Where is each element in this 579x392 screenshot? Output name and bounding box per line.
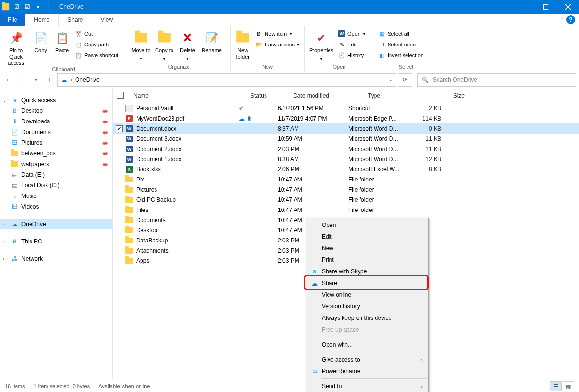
file-row[interactable]: ✔ WDocument.docx 8:37 AM Microsoft Word … — [113, 123, 579, 134]
file-row[interactable]: Personal Vault ✔ 6/1/2021 1:56 PM Shortc… — [113, 103, 579, 113]
column-type[interactable]: Type — [364, 92, 426, 99]
row-checkbox[interactable]: ✔ — [116, 125, 123, 132]
history-button[interactable]: 🕘History — [337, 50, 367, 60]
nav-item-network[interactable]: › 🖧 Network — [0, 254, 112, 264]
context-new[interactable]: New — [307, 242, 427, 254]
ribbon-collapse-icon[interactable]: ˄ — [561, 17, 563, 23]
nav-item-label: Music — [21, 193, 36, 199]
select-all-button[interactable]: ▦Select all — [377, 29, 424, 39]
nav-item-quick-access[interactable]: ⌄ ★ Quick access — [0, 95, 112, 106]
column-status[interactable]: Status — [247, 92, 289, 99]
cut-button[interactable]: ✂️Cut — [74, 29, 119, 39]
nav-item-data-e-[interactable]: 🖴 Data (E:) — [0, 169, 112, 180]
file-row[interactable]: WDocument 3.docx 10:59 AM Microsoft Word… — [113, 134, 579, 144]
nav-item-downloads[interactable]: ⬇ Downloads 📌 — [0, 116, 112, 127]
up-button[interactable]: ↑ — [44, 74, 55, 86]
context-print[interactable]: Print — [307, 254, 427, 266]
open-button[interactable]: WOpen ▼ — [337, 29, 367, 39]
pin-quick-access-button[interactable]: 📌Pin to Quick access — [3, 28, 29, 66]
easy-access-button[interactable]: 📂Easy access ▼ — [254, 40, 301, 49]
easy-access-icon: 📂 — [255, 41, 263, 48]
copy-to-button[interactable]: Copy to▼ — [154, 28, 175, 62]
nav-item-local-disk-c-[interactable]: 🖴 Local Disk (C:) — [0, 180, 112, 191]
context-open-with-[interactable]: Open with... — [307, 339, 427, 350]
nav-item-desktop[interactable]: 🖥 Desktop 📌 — [0, 106, 112, 116]
context-always-keep-on-this-device[interactable]: Always keep on this device — [307, 312, 427, 324]
search-box[interactable]: 🔍 Search OneDrive — [417, 73, 576, 87]
chevron-right-icon[interactable]: › — [70, 76, 72, 83]
recent-button[interactable]: ▾ — [30, 74, 42, 86]
select-none-button[interactable]: ☐Select none — [377, 40, 424, 49]
maximize-button[interactable] — [534, 0, 557, 14]
address-segment[interactable]: OneDrive — [75, 76, 100, 83]
expand-icon[interactable]: › — [3, 256, 4, 261]
tab-file[interactable]: File — [0, 14, 25, 26]
new-item-button[interactable]: 🗎New item ▼ — [254, 29, 301, 39]
column-name[interactable]: Name — [129, 92, 247, 99]
tab-view[interactable]: View — [92, 14, 122, 26]
invert-selection-button[interactable]: ◧Invert selection — [377, 50, 424, 60]
column-headers[interactable]: Name Status Date modified Type Size ⌄ — [113, 89, 579, 103]
tab-home[interactable]: Home — [25, 14, 59, 26]
qat-checkbox-icon[interactable]: ☑ — [13, 3, 20, 11]
view-tiles-button[interactable]: ▦ — [563, 381, 574, 391]
context-send-to[interactable]: Send to › — [307, 380, 427, 392]
downloads-icon: ⬇ — [11, 118, 18, 125]
view-details-button[interactable]: ☰ — [550, 381, 562, 391]
file-row[interactable]: XBook.xlsx 2:06 PM Microsoft Excel W... … — [113, 164, 579, 174]
expand-icon[interactable]: › — [3, 222, 4, 226]
file-row[interactable]: Files 10:47 AM File folder — [113, 205, 579, 215]
delete-button[interactable]: ✕Delete▼ — [177, 28, 198, 62]
tab-share[interactable]: Share — [59, 14, 92, 26]
close-button[interactable] — [557, 0, 579, 14]
qat-dropdown-icon[interactable]: ▾ — [34, 3, 42, 11]
rename-button[interactable]: 📝Rename — [200, 28, 223, 54]
context-open[interactable]: Open — [307, 219, 427, 231]
column-date[interactable]: Date modified — [289, 92, 364, 99]
copy-button[interactable]: 📄Copy — [31, 28, 50, 54]
select-all-checkbox[interactable] — [117, 92, 124, 99]
back-button[interactable]: ← — [3, 74, 15, 86]
context-powerrename[interactable]: ▭ PowerRename — [307, 365, 427, 377]
nav-item-wallpapers[interactable]: wallpapers 📌 — [0, 159, 112, 169]
context-view-online[interactable]: View online — [307, 289, 427, 301]
copy-path-button[interactable]: 📑Copy path — [74, 40, 119, 49]
file-row[interactable]: Pix 10:47 AM File folder — [113, 174, 579, 184]
expand-icon[interactable]: › — [3, 239, 4, 244]
context-share-with-skype[interactable]: S Share with Skype — [307, 266, 427, 277]
paste-button[interactable]: 📋Paste — [52, 28, 72, 54]
file-row[interactable]: Old PC Backup 10:47 AM File folder — [113, 195, 579, 205]
move-to-button[interactable]: Move to▼ — [130, 28, 152, 62]
refresh-button[interactable]: ⟳ — [398, 73, 412, 87]
context-edit[interactable]: Edit — [307, 231, 427, 242]
forward-button[interactable]: → — [16, 74, 28, 86]
star-icon: ★ — [11, 96, 18, 104]
expand-icon[interactable]: ⌄ — [3, 98, 7, 103]
file-row[interactable]: WDocument 1.docx 8:38 AM Microsoft Word … — [113, 154, 579, 164]
file-row[interactable]: WDocument 2.docx 2:03 PM Microsoft Word … — [113, 144, 579, 154]
edit-button[interactable]: ✎Edit — [337, 40, 367, 49]
nav-item-documents[interactable]: 📄 Documents 📌 — [0, 127, 112, 137]
context-version-history[interactable]: Version history — [307, 301, 427, 312]
nav-item-onedrive[interactable]: › ☁ OneDrive — [0, 219, 112, 229]
minimize-button[interactable] — [512, 0, 534, 14]
help-icon[interactable]: ? — [566, 15, 575, 24]
nav-item-pictures[interactable]: 🖼 Pictures 📌 — [0, 137, 112, 148]
address-bar[interactable]: ☁ › OneDrive ⌄ — [57, 73, 396, 87]
new-folder-button[interactable]: New folder — [234, 28, 252, 60]
nav-item-music[interactable]: ♪ Music — [0, 191, 112, 201]
nav-pane: ⌄ ★ Quick access 🖥 Desktop 📌 ⬇ Downloads… — [0, 89, 113, 379]
context-give-access-to[interactable]: Give access to › — [307, 354, 427, 365]
nav-item-videos[interactable]: 🎞 Videos — [0, 201, 112, 212]
paste-shortcut-button[interactable]: 📋Paste shortcut — [74, 50, 119, 60]
file-row[interactable]: Pictures 10:47 AM File folder — [113, 184, 579, 195]
properties-button[interactable]: ✔Properties▼ — [308, 28, 335, 62]
address-dropdown-icon[interactable]: ⌄ — [389, 77, 393, 82]
nav-item-between-pcs[interactable]: between_pcs 📌 — [0, 148, 112, 159]
file-row[interactable]: PMyWordDoc23.pdf ☁ 👤 11/7/2019 4:07 PM M… — [113, 113, 579, 123]
nav-item-this-pc[interactable]: › 🖥 This PC — [0, 236, 112, 247]
qat-checkbox2-icon[interactable]: ☑ — [23, 3, 31, 11]
invert-icon: ◧ — [378, 51, 386, 59]
column-size[interactable]: Size — [426, 92, 469, 99]
context-share[interactable]: ☁ Share — [307, 277, 427, 289]
